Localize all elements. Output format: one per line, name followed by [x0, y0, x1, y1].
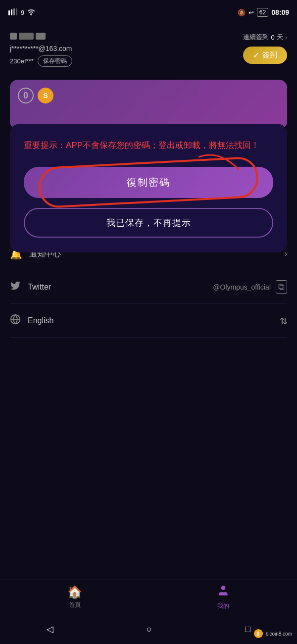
menu-item-language[interactable]: English ⇄ [10, 304, 287, 338]
twitter-handle: @Olympus_official [213, 283, 271, 291]
nav-item-profile[interactable]: 我的 [217, 584, 230, 610]
watermark-logo-icon: ₿ [254, 629, 263, 638]
streak-info: 連續簽到 0 天 › [243, 33, 287, 42]
menu-section: 🔔 通知中心 › Twitter @Olympus_official ⧉ [0, 238, 297, 338]
id-display: 230ef*** [10, 57, 34, 65]
status-bar: 9 🔕 ↩ 62 08:09 [0, 0, 297, 25]
svg-point-4 [30, 13, 32, 15]
signal-strength: 9 [21, 9, 24, 16]
system-bottom-bar: ◁ ○ □ ₿ bicoin8.com [0, 614, 297, 644]
profile-icon [217, 584, 230, 600]
modal-dialog: 重要提示：APP不會保存您的密碼；登出或卸載，將無法找回！ 復制密碼 我已保存，… [10, 124, 287, 252]
dismiss-button[interactable]: 我已保存，不再提示 [24, 208, 273, 238]
profile-nav-label: 我的 [217, 602, 229, 610]
menu-item-twitter[interactable]: Twitter @Olympus_official ⧉ [10, 270, 287, 304]
swap-icon: ⇄ [278, 317, 289, 324]
recent-button[interactable]: □ [245, 624, 250, 635]
coin-s: S [38, 88, 53, 103]
checkin-label: 簽到 [262, 50, 277, 60]
menu-right-notification: › [285, 249, 287, 258]
streak-label: 連續簽到 [243, 33, 269, 42]
arrow-right-icon: › [285, 249, 287, 258]
red-curve-annotation [169, 147, 244, 172]
checkin-button[interactable]: ✓ 簽到 [243, 47, 287, 64]
copy-icon[interactable]: ⧉ [276, 280, 287, 294]
svg-rect-2 [13, 8, 15, 15]
watermark: ₿ bicoin8.com [254, 629, 292, 638]
home-nav-label: 首頁 [69, 601, 81, 609]
streak-number: 0 [271, 34, 274, 41]
profile-section: j**********@163.com 230ef*** 保存密碼 連續簽到 0… [0, 25, 297, 75]
menu-item-left-twitter: Twitter [10, 280, 51, 294]
back-button[interactable]: ◁ [47, 624, 53, 635]
menu-right-twitter: @Olympus_official ⧉ [213, 280, 287, 294]
home-icon: 🏠 [67, 585, 82, 599]
language-label: English [28, 316, 53, 325]
watermark-text: bicoin8.com [266, 631, 292, 637]
profile-right: 連續簽到 0 天 › ✓ 簽到 [243, 33, 287, 64]
status-left-icons: 9 [8, 8, 35, 16]
purple-card: 0 S ⋮⋮ [10, 80, 287, 129]
twitter-label: Twitter [28, 283, 51, 292]
coins-row: 0 S [18, 88, 279, 103]
time-display: 08:09 [271, 8, 289, 16]
menu-item-left-language: English [10, 314, 53, 327]
copy-btn-wrapper: 復制密碼 [24, 167, 273, 198]
email-display: j**********@163.com [10, 45, 72, 52]
twitter-icon [10, 280, 21, 294]
save-password-button[interactable]: 保存密碼 [38, 55, 72, 67]
bottom-nav: 🏠 首頁 我的 [0, 580, 297, 614]
status-right-icons: 🔕 ↩ 62 08:09 [238, 8, 289, 17]
svg-point-7 [221, 586, 226, 590]
globe-icon [10, 314, 21, 327]
home-button[interactable]: ○ [147, 624, 152, 635]
streak-unit: 天 [277, 33, 283, 42]
svg-rect-1 [11, 9, 12, 15]
nav-item-home[interactable]: 🏠 首頁 [67, 585, 82, 609]
profile-left: j**********@163.com 230ef*** 保存密碼 [10, 33, 72, 67]
svg-rect-3 [16, 8, 17, 15]
svg-rect-0 [8, 10, 10, 15]
id-row: 230ef*** 保存密碼 [10, 55, 72, 67]
menu-right-language: ⇄ [280, 315, 287, 326]
avatar-area [10, 33, 72, 40]
